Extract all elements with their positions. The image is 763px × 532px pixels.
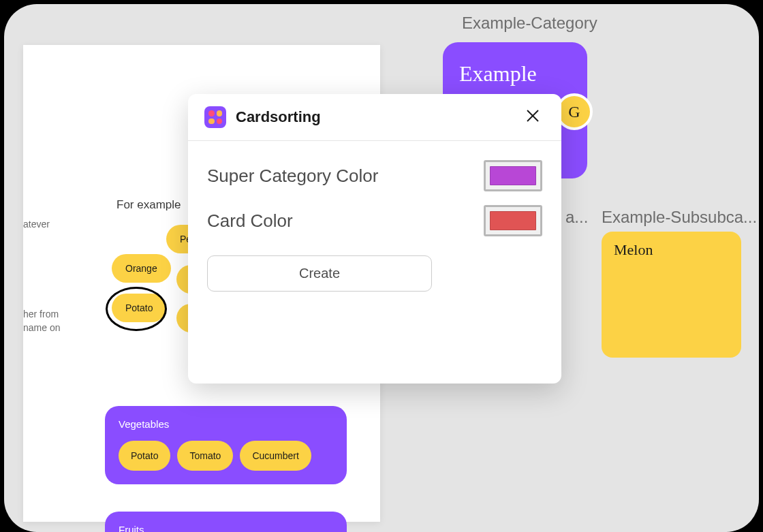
dialog-body: Super Category Color Card Color Create bbox=[188, 141, 561, 311]
super-category-color-swatch[interactable] bbox=[484, 160, 542, 191]
group-vegetables[interactable]: Vegetables Potato Tomato Cucumbert bbox=[105, 406, 347, 484]
cropped-text-left-top: atever bbox=[23, 219, 50, 230]
example-subcategory-label-cropped: a... bbox=[565, 208, 588, 227]
close-icon[interactable] bbox=[520, 105, 545, 129]
card-cucumbert-grouped[interactable]: Cucumbert bbox=[240, 441, 311, 471]
dialog-title: Cardsorting bbox=[236, 108, 321, 126]
create-button[interactable]: Create bbox=[207, 255, 432, 292]
swatch-color-preview bbox=[490, 211, 536, 230]
cardsorting-dialog: Cardsorting Super Category Color Card Co… bbox=[188, 94, 561, 384]
option-super-category-color: Super Category Color bbox=[207, 160, 542, 191]
example-category-label: Example-Category bbox=[462, 14, 597, 33]
card-color-swatch[interactable] bbox=[484, 205, 542, 236]
card-melon[interactable]: Melon bbox=[602, 232, 741, 358]
canvas-surface: For example atever her from name on Peac… bbox=[4, 4, 759, 532]
super-category-color-label: Super Category Color bbox=[207, 166, 378, 187]
card-color-label: Card Color bbox=[207, 210, 293, 232]
group-title-vegetables: Vegetables bbox=[119, 418, 333, 430]
dialog-header: Cardsorting bbox=[188, 94, 561, 141]
cardsorting-app-icon bbox=[204, 106, 226, 128]
card-orange[interactable]: Orange bbox=[112, 254, 171, 283]
cropped-text-left-mid: her from name on bbox=[23, 308, 60, 334]
group-title-fruits: Fruits bbox=[119, 524, 333, 532]
card-potato[interactable]: Potato bbox=[112, 294, 166, 322]
card-potato-grouped[interactable]: Potato bbox=[119, 441, 170, 471]
avatar-badge: G bbox=[556, 93, 593, 130]
option-card-color: Card Color bbox=[207, 205, 542, 236]
x-icon bbox=[526, 109, 540, 123]
card-tomato-grouped[interactable]: Tomato bbox=[177, 441, 233, 471]
swatch-color-preview bbox=[490, 166, 536, 185]
example-subsubcategory-label: Example-Subsubca... bbox=[602, 208, 757, 227]
for-example-label: For example bbox=[116, 198, 181, 212]
group-fruits[interactable]: Fruits Orange Peach Banana bbox=[105, 512, 347, 532]
example-category-card-text: Example bbox=[459, 61, 537, 86]
